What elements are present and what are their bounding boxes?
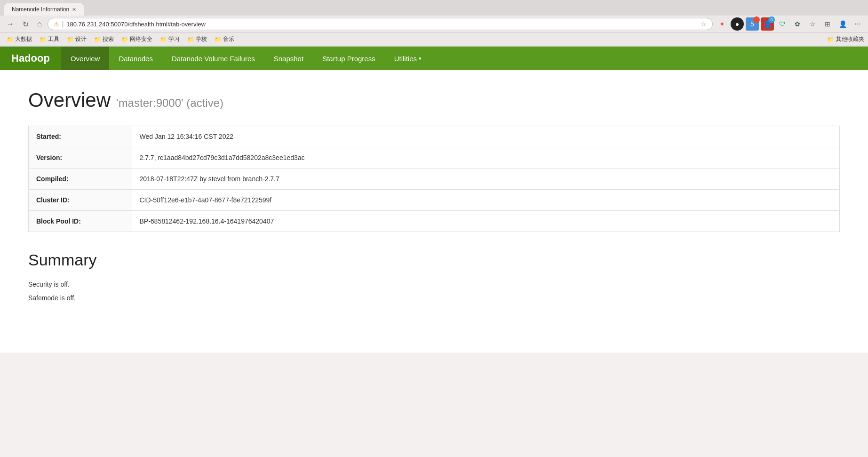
separator: | <box>62 20 64 28</box>
browser-nav-icons: ✦ ● 5 👤 9 🛡 ✿ ☆ ⊞ 👤 ⋯ <box>716 17 864 31</box>
refresh-button[interactable]: ↻ <box>20 18 32 31</box>
folder-icon: 📁 <box>121 36 128 43</box>
bookmark-star-icon[interactable]: ☆ <box>701 20 707 28</box>
profile-icon[interactable]: 👤 <box>836 17 849 31</box>
nav-item-snapshot[interactable]: Snapshot <box>264 47 313 70</box>
bookmark-label: 学习 <box>168 35 180 43</box>
table-row: Compiled: 2018-07-18T22:47Z by stevel fr… <box>29 168 840 190</box>
nav-item-datanode-volume-failures[interactable]: Datanode Volume Failures <box>162 47 264 70</box>
extension-icon-3[interactable]: 5 <box>746 17 759 31</box>
nav-item-label: Startup Progress <box>322 55 375 63</box>
bookmark-label: 工具 <box>48 35 59 43</box>
url-input[interactable] <box>66 21 698 28</box>
bookmark-item-1[interactable]: 📁 工具 <box>37 34 62 44</box>
menu-icon[interactable]: ⋯ <box>851 17 864 31</box>
forward-button[interactable]: → <box>4 18 17 30</box>
browser-chrome: Namenode Information ✕ → ↻ ⌂ ⚠ | ☆ ✦ ● 5… <box>0 0 868 47</box>
nav-item-datanodes[interactable]: Datanodes <box>109 47 162 70</box>
collections-icon[interactable]: ⊞ <box>821 17 834 31</box>
nav-item-overview[interactable]: Overview <box>61 47 110 70</box>
badge-count-2: 9 <box>768 16 775 23</box>
table-row: Block Pool ID: BP-685812462-192.168.16.4… <box>29 211 840 232</box>
navigation-bar: → ↻ ⌂ ⚠ | ☆ ✦ ● 5 👤 9 🛡 ✿ ☆ ⊞ 👤 ⋯ <box>0 16 868 33</box>
main-content: Overview 'master:9000' (active) Started:… <box>0 70 868 353</box>
table-row: Version: 2.7.7, rc1aad84bd27cd79c3d1a7dd… <box>29 147 840 168</box>
table-cell-value: 2.7.7, rc1aad84bd27cd79c3d1a7dd58202a8c3… <box>132 147 840 168</box>
summary-title: Summary <box>28 251 840 269</box>
folder-icon: 📁 <box>215 36 222 43</box>
security-warning-icon: ⚠ <box>54 21 59 28</box>
table-cell-label: Cluster ID: <box>29 190 132 211</box>
other-bookmarks: 📁 其他收藏夹 <box>827 35 864 43</box>
bookmark-item-2[interactable]: 📁 设计 <box>64 34 89 44</box>
active-tab[interactable]: Namenode Information ✕ <box>4 3 84 16</box>
table-row: Cluster ID: CID-50ff12e6-e1b7-4a07-8677-… <box>29 190 840 211</box>
bookmark-label: 学校 <box>196 35 207 43</box>
overview-heading: Overview <box>28 89 111 112</box>
tab-bar: Namenode Information ✕ <box>0 0 868 16</box>
bookmark-label: 搜索 <box>103 35 114 43</box>
folder-icon: 📁 <box>67 36 74 43</box>
tab-title: Namenode Information <box>12 6 69 13</box>
table-cell-value: CID-50ff12e6-e1b7-4a07-8677-f8e72122599f <box>132 190 840 211</box>
dropdown-arrow-icon: ▾ <box>419 56 422 62</box>
folder-icon: 📁 <box>160 36 167 43</box>
extension-icon-4[interactable]: 👤 9 <box>761 17 774 31</box>
table-row: Started: Wed Jan 12 16:34:16 CST 2022 <box>29 126 840 147</box>
overview-info-table: Started: Wed Jan 12 16:34:16 CST 2022 Ve… <box>28 126 840 232</box>
summary-line-1: Security is off. <box>28 279 840 290</box>
nav-item-label: Datanode Volume Failures <box>172 55 255 63</box>
folder-icon: 📁 <box>40 36 47 43</box>
table-cell-value: BP-685812462-192.168.16.4-1641976420407 <box>132 211 840 232</box>
home-button[interactable]: ⌂ <box>34 18 45 30</box>
bookmark-item-3[interactable]: 📁 搜索 <box>91 34 117 44</box>
hadoop-brand: Hadoop <box>0 47 61 70</box>
bookmarks-bar: 📁 大数据 📁 工具 📁 设计 📁 搜索 📁 网络安全 📁 学习 📁 学校 � <box>0 33 868 46</box>
nav-item-label: Snapshot <box>274 55 303 63</box>
bookmark-item-4[interactable]: 📁 网络安全 <box>119 34 155 44</box>
nav-item-utilities[interactable]: Utilities ▾ <box>385 47 431 70</box>
bookmark-item-0[interactable]: 📁 大数据 <box>4 34 35 44</box>
table-cell-label: Started: <box>29 126 132 147</box>
other-bookmarks-label: 其他收藏夹 <box>836 35 864 43</box>
overview-subtitle: 'master:9000' (active) <box>116 96 223 110</box>
nav-item-label: Datanodes <box>119 55 153 63</box>
bookmark-label: 音乐 <box>223 35 234 43</box>
favorites-icon[interactable]: ☆ <box>806 17 819 31</box>
table-cell-label: Block Pool ID: <box>29 211 132 232</box>
nav-item-label: Overview <box>71 55 100 63</box>
table-cell-value: 2018-07-18T22:47Z by stevel from branch-… <box>132 168 840 190</box>
extension-icon-2[interactable]: ● <box>731 17 744 31</box>
address-bar: ⚠ | ☆ <box>48 18 713 30</box>
bookmark-label: 设计 <box>75 35 87 43</box>
table-cell-label: Compiled: <box>29 168 132 190</box>
bookmark-item-5[interactable]: 📁 学习 <box>157 34 183 44</box>
bookmark-label: 网络安全 <box>130 35 152 43</box>
nav-item-startup-progress[interactable]: Startup Progress <box>313 47 385 70</box>
folder-icon: 📁 <box>187 36 194 43</box>
folder-icon: 📁 <box>827 36 834 43</box>
badge-count <box>753 16 760 23</box>
summary-line-2: Safemode is off. <box>28 292 840 304</box>
extension-icon-1[interactable]: ✦ <box>716 17 729 31</box>
bookmark-item-6[interactable]: 📁 学校 <box>184 34 210 44</box>
table-cell-label: Version: <box>29 147 132 168</box>
folder-icon: 📁 <box>7 36 14 43</box>
folder-icon: 📁 <box>94 36 101 43</box>
bookmark-item-7[interactable]: 📁 音乐 <box>212 34 237 44</box>
table-cell-value: Wed Jan 12 16:34:16 CST 2022 <box>132 126 840 147</box>
nav-item-label: Utilities <box>394 55 417 63</box>
bookmark-label: 大数据 <box>15 35 32 43</box>
security-shield-icon[interactable]: 🛡 <box>776 17 789 31</box>
summary-content: Security is off. Safemode is off. <box>28 279 840 304</box>
tab-close-button[interactable]: ✕ <box>72 7 76 13</box>
hadoop-navbar: Hadoop Overview Datanodes Datanode Volum… <box>0 47 868 70</box>
page-title: Overview 'master:9000' (active) <box>28 89 840 112</box>
extension-icon-5[interactable]: ✿ <box>791 17 804 31</box>
